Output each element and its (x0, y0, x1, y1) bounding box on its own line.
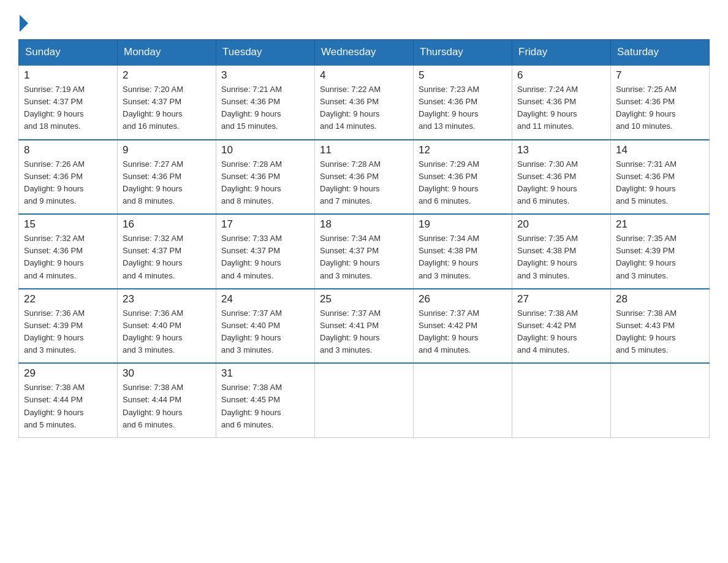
calendar-cell: 28 Sunrise: 7:38 AM Sunset: 4:43 PM Dayl… (611, 289, 710, 364)
day-info: Sunrise: 7:38 AM Sunset: 4:45 PM Dayligh… (221, 381, 309, 431)
calendar-cell: 7 Sunrise: 7:25 AM Sunset: 4:36 PM Dayli… (611, 65, 710, 140)
calendar-cell (512, 363, 611, 437)
week-row-2: 8 Sunrise: 7:26 AM Sunset: 4:36 PM Dayli… (19, 140, 710, 215)
header-friday: Friday (512, 40, 611, 66)
day-number: 8 (24, 144, 112, 156)
calendar-cell: 31 Sunrise: 7:38 AM Sunset: 4:45 PM Dayl… (216, 363, 315, 437)
header-thursday: Thursday (414, 40, 512, 66)
calendar-cell: 29 Sunrise: 7:38 AM Sunset: 4:44 PM Dayl… (19, 363, 118, 437)
day-info: Sunrise: 7:38 AM Sunset: 4:44 PM Dayligh… (24, 381, 112, 431)
calendar-cell: 21 Sunrise: 7:35 AM Sunset: 4:39 PM Dayl… (611, 214, 710, 289)
calendar-cell: 8 Sunrise: 7:26 AM Sunset: 4:36 PM Dayli… (19, 140, 118, 215)
day-info: Sunrise: 7:37 AM Sunset: 4:42 PM Dayligh… (419, 307, 507, 357)
day-info: Sunrise: 7:35 AM Sunset: 4:39 PM Dayligh… (616, 232, 704, 282)
day-info: Sunrise: 7:34 AM Sunset: 4:38 PM Dayligh… (419, 232, 507, 282)
day-info: Sunrise: 7:36 AM Sunset: 4:40 PM Dayligh… (123, 307, 211, 357)
day-info: Sunrise: 7:36 AM Sunset: 4:39 PM Dayligh… (24, 307, 112, 357)
day-number: 16 (123, 218, 211, 231)
day-number: 31 (221, 367, 309, 380)
day-info: Sunrise: 7:23 AM Sunset: 4:36 PM Dayligh… (419, 83, 507, 133)
calendar-cell: 11 Sunrise: 7:28 AM Sunset: 4:36 PM Dayl… (315, 140, 414, 215)
day-number: 18 (320, 218, 408, 231)
day-info: Sunrise: 7:32 AM Sunset: 4:37 PM Dayligh… (123, 232, 211, 282)
day-info: Sunrise: 7:19 AM Sunset: 4:37 PM Dayligh… (24, 83, 112, 133)
day-info: Sunrise: 7:37 AM Sunset: 4:41 PM Dayligh… (320, 307, 408, 357)
day-info: Sunrise: 7:28 AM Sunset: 4:36 PM Dayligh… (221, 158, 309, 208)
day-info: Sunrise: 7:32 AM Sunset: 4:36 PM Dayligh… (24, 232, 112, 282)
day-info: Sunrise: 7:31 AM Sunset: 4:36 PM Dayligh… (616, 158, 704, 208)
calendar-cell: 10 Sunrise: 7:28 AM Sunset: 4:36 PM Dayl… (216, 140, 315, 215)
day-info: Sunrise: 7:33 AM Sunset: 4:37 PM Dayligh… (221, 232, 309, 282)
day-number: 4 (320, 69, 408, 82)
day-number: 20 (517, 218, 605, 231)
day-number: 27 (517, 293, 605, 305)
day-info: Sunrise: 7:26 AM Sunset: 4:36 PM Dayligh… (24, 158, 112, 208)
calendar-cell: 6 Sunrise: 7:24 AM Sunset: 4:36 PM Dayli… (512, 65, 611, 140)
day-info: Sunrise: 7:37 AM Sunset: 4:40 PM Dayligh… (221, 307, 309, 357)
calendar-cell: 22 Sunrise: 7:36 AM Sunset: 4:39 PM Dayl… (19, 289, 118, 364)
logo (18, 12, 28, 27)
calendar-cell: 15 Sunrise: 7:32 AM Sunset: 4:36 PM Dayl… (19, 214, 118, 289)
calendar-cell: 20 Sunrise: 7:35 AM Sunset: 4:38 PM Dayl… (512, 214, 611, 289)
day-number: 14 (616, 144, 704, 156)
calendar-cell: 19 Sunrise: 7:34 AM Sunset: 4:38 PM Dayl… (414, 214, 512, 289)
day-number: 17 (221, 218, 309, 231)
header-wednesday: Wednesday (315, 40, 414, 66)
day-info: Sunrise: 7:28 AM Sunset: 4:36 PM Dayligh… (320, 158, 408, 208)
day-info: Sunrise: 7:34 AM Sunset: 4:37 PM Dayligh… (320, 232, 408, 282)
calendar-cell: 4 Sunrise: 7:22 AM Sunset: 4:36 PM Dayli… (315, 65, 414, 140)
day-number: 12 (419, 144, 507, 156)
day-number: 29 (24, 367, 112, 380)
day-info: Sunrise: 7:29 AM Sunset: 4:36 PM Dayligh… (419, 158, 507, 208)
day-number: 24 (221, 293, 309, 305)
calendar-cell: 9 Sunrise: 7:27 AM Sunset: 4:36 PM Dayli… (118, 140, 216, 215)
header-monday: Monday (118, 40, 216, 66)
week-row-3: 15 Sunrise: 7:32 AM Sunset: 4:36 PM Dayl… (19, 214, 710, 289)
day-info: Sunrise: 7:22 AM Sunset: 4:36 PM Dayligh… (320, 83, 408, 133)
day-info: Sunrise: 7:38 AM Sunset: 4:42 PM Dayligh… (517, 307, 605, 357)
week-row-1: 1 Sunrise: 7:19 AM Sunset: 4:37 PM Dayli… (19, 65, 710, 140)
day-info: Sunrise: 7:38 AM Sunset: 4:44 PM Dayligh… (123, 381, 211, 431)
day-number: 5 (419, 69, 507, 82)
logo-triangle-icon (20, 15, 28, 32)
day-number: 7 (616, 69, 704, 82)
day-number: 15 (24, 218, 112, 231)
header-sunday: Sunday (19, 40, 118, 66)
calendar-cell: 16 Sunrise: 7:32 AM Sunset: 4:37 PM Dayl… (118, 214, 216, 289)
day-number: 25 (320, 293, 408, 305)
week-row-4: 22 Sunrise: 7:36 AM Sunset: 4:39 PM Dayl… (19, 289, 710, 364)
day-number: 2 (123, 69, 211, 82)
day-info: Sunrise: 7:20 AM Sunset: 4:37 PM Dayligh… (123, 83, 211, 133)
calendar-cell: 26 Sunrise: 7:37 AM Sunset: 4:42 PM Dayl… (414, 289, 512, 364)
day-info: Sunrise: 7:27 AM Sunset: 4:36 PM Dayligh… (123, 158, 211, 208)
calendar-cell: 18 Sunrise: 7:34 AM Sunset: 4:37 PM Dayl… (315, 214, 414, 289)
week-row-5: 29 Sunrise: 7:38 AM Sunset: 4:44 PM Dayl… (19, 363, 710, 437)
day-number: 28 (616, 293, 704, 305)
day-number: 11 (320, 144, 408, 156)
calendar-table: SundayMondayTuesdayWednesdayThursdayFrid… (18, 39, 710, 438)
day-info: Sunrise: 7:25 AM Sunset: 4:36 PM Dayligh… (616, 83, 704, 133)
day-number: 13 (517, 144, 605, 156)
calendar-cell (611, 363, 710, 437)
calendar-cell: 2 Sunrise: 7:20 AM Sunset: 4:37 PM Dayli… (118, 65, 216, 140)
calendar-cell: 25 Sunrise: 7:37 AM Sunset: 4:41 PM Dayl… (315, 289, 414, 364)
calendar-cell (414, 363, 512, 437)
page-header (18, 12, 710, 27)
calendar-cell: 17 Sunrise: 7:33 AM Sunset: 4:37 PM Dayl… (216, 214, 315, 289)
day-info: Sunrise: 7:35 AM Sunset: 4:38 PM Dayligh… (517, 232, 605, 282)
calendar-cell: 13 Sunrise: 7:30 AM Sunset: 4:36 PM Dayl… (512, 140, 611, 215)
calendar-cell: 24 Sunrise: 7:37 AM Sunset: 4:40 PM Dayl… (216, 289, 315, 364)
calendar-cell: 27 Sunrise: 7:38 AM Sunset: 4:42 PM Dayl… (512, 289, 611, 364)
day-number: 6 (517, 69, 605, 82)
day-number: 10 (221, 144, 309, 156)
calendar-cell: 3 Sunrise: 7:21 AM Sunset: 4:36 PM Dayli… (216, 65, 315, 140)
day-info: Sunrise: 7:24 AM Sunset: 4:36 PM Dayligh… (517, 83, 605, 133)
day-number: 3 (221, 69, 309, 82)
calendar-cell: 30 Sunrise: 7:38 AM Sunset: 4:44 PM Dayl… (118, 363, 216, 437)
day-number: 19 (419, 218, 507, 231)
day-info: Sunrise: 7:38 AM Sunset: 4:43 PM Dayligh… (616, 307, 704, 357)
calendar-cell: 5 Sunrise: 7:23 AM Sunset: 4:36 PM Dayli… (414, 65, 512, 140)
day-number: 21 (616, 218, 704, 231)
day-number: 22 (24, 293, 112, 305)
day-info: Sunrise: 7:21 AM Sunset: 4:36 PM Dayligh… (221, 83, 309, 133)
